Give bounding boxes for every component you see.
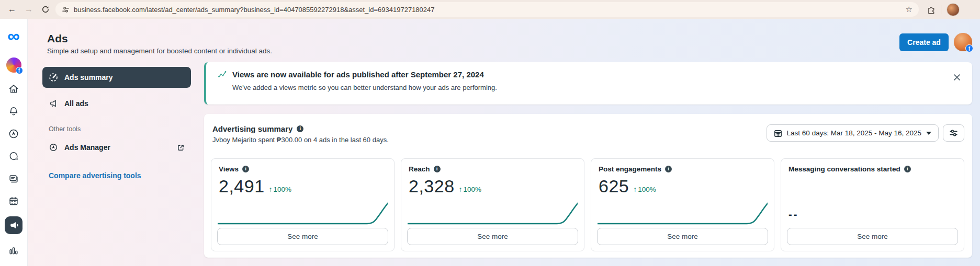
banner-close-button[interactable] — [951, 72, 963, 83]
metric-value: 2,328 — [409, 176, 455, 196]
info-icon[interactable]: i — [434, 166, 441, 172]
compass-arrow-icon — [8, 128, 19, 140]
forward-button[interactable]: → — [22, 3, 36, 16]
banner-title: Views are now available for ads publishe… — [232, 70, 484, 79]
megaphone-icon — [8, 220, 19, 230]
sparkline-chart — [218, 202, 388, 225]
create-ad-button[interactable]: Create ad — [899, 33, 949, 51]
bar-chart-icon — [8, 245, 19, 256]
see-more-button[interactable]: See more — [597, 228, 768, 245]
see-more-button[interactable]: See more — [787, 228, 958, 245]
external-link-icon — [177, 144, 185, 152]
ads-side-nav: Ads summary All ads Other tools Ads Mana… — [42, 67, 191, 180]
refresh-button[interactable] — [39, 3, 52, 16]
nav-item-ads-manager[interactable]: Ads Manager — [42, 137, 191, 158]
views-announcement-banner: Views are now available for ads publishe… — [204, 62, 972, 105]
info-icon[interactable]: i — [297, 125, 303, 132]
trend-chart-icon — [218, 70, 227, 79]
sparkline-chart — [408, 202, 578, 225]
metric-change: ↑100% — [633, 185, 656, 196]
compare-advertising-tools-link[interactable]: Compare advertising tools — [49, 171, 141, 180]
extensions-icon[interactable] — [926, 5, 936, 14]
summary-title: Advertising summary — [212, 124, 292, 133]
facebook-badge-icon: f — [965, 44, 973, 52]
ads-manager-rail-button[interactable] — [7, 128, 20, 140]
gauge-icon — [49, 73, 58, 82]
browser-profile-avatar[interactable] — [947, 3, 960, 16]
up-arrow-icon: ↑ — [459, 185, 463, 193]
calendar-icon — [774, 129, 782, 137]
page-title: Ads — [47, 32, 68, 45]
advertising-summary-card: Advertising summary i Jvboy Mejarito spe… — [204, 114, 972, 258]
chevron-down-icon — [926, 132, 931, 135]
business-profile-avatar[interactable]: f — [6, 57, 21, 73]
meta-logo[interactable]: ∞ — [7, 28, 20, 44]
banner-body: We've added a views metric so you can be… — [232, 84, 962, 91]
site-settings-icon[interactable] — [62, 6, 70, 14]
metric-value: 2,491 — [219, 176, 265, 196]
metric-card-messaging-conversations: Messaging conversations started i -- See… — [781, 158, 964, 251]
metric-card-reach: Reach i 2,328 ↑100% See more — [401, 158, 584, 251]
ads-manager-icon — [49, 143, 58, 152]
nav-label: Ads Manager — [64, 143, 110, 152]
left-icon-rail: ∞ f — [0, 19, 28, 266]
sparkline-chart — [598, 202, 768, 225]
metric-card-views: Views i 2,491 ↑100% See more — [211, 158, 395, 251]
page-subtitle: Simple ad setup and management for boost… — [47, 47, 272, 55]
home-icon — [8, 83, 19, 95]
megaphone-icon — [49, 99, 58, 108]
nav-section-label: Other tools — [49, 125, 191, 133]
toolbar-divider — [941, 5, 941, 14]
up-arrow-icon: ↑ — [269, 185, 273, 193]
info-icon[interactable]: i — [665, 166, 672, 172]
notifications-button[interactable] — [7, 105, 20, 118]
metric-cards-row: Views i 2,491 ↑100% See more Reach i — [211, 158, 964, 251]
inbox-button[interactable] — [7, 150, 20, 163]
nav-item-ads-summary[interactable]: Ads summary — [42, 67, 191, 88]
metric-label: Messaging conversations started — [788, 165, 900, 173]
browser-toolbar: ← → business.facebook.com/latest/ad_cent… — [0, 0, 980, 19]
address-bar[interactable]: business.facebook.com/latest/ad_center/a… — [55, 2, 919, 17]
refresh-icon — [41, 5, 50, 14]
nav-item-all-ads[interactable]: All ads — [42, 93, 191, 114]
metric-change: ↑100% — [459, 185, 482, 196]
summary-subtitle: Jvboy Mejarito spent ₱300.00 on 4 ads in… — [212, 136, 389, 144]
metric-label: Post engagements — [599, 165, 661, 173]
close-icon — [953, 73, 961, 82]
back-button[interactable]: ← — [5, 3, 19, 16]
metric-change: ↑100% — [269, 185, 292, 196]
date-range-text: Last 60 days: Mar 18, 2025 - May 16, 202… — [787, 129, 921, 137]
metric-label: Reach — [409, 165, 430, 173]
planner-button[interactable] — [7, 195, 20, 207]
bookmark-star-icon[interactable]: ☆ — [906, 5, 913, 14]
info-icon[interactable]: i — [904, 166, 911, 172]
bell-icon — [8, 106, 19, 117]
facebook-badge-icon: f — [16, 67, 23, 74]
metric-label: Views — [219, 165, 239, 173]
no-data-placeholder: -- — [788, 209, 798, 221]
calendar-icon — [8, 195, 19, 207]
home-button[interactable] — [7, 83, 20, 95]
url-text: business.facebook.com/latest/ad_center/a… — [74, 6, 902, 14]
metric-value: 625 — [599, 176, 629, 196]
meta-business-suite-page: ∞ f — [0, 19, 980, 266]
nav-label: All ads — [64, 99, 88, 108]
see-more-button[interactable]: See more — [407, 228, 578, 245]
ads-rail-button-active[interactable] — [5, 216, 22, 234]
posts-icon — [8, 173, 19, 184]
insights-button[interactable] — [7, 244, 20, 257]
account-avatar[interactable]: f — [953, 32, 973, 52]
info-icon[interactable]: i — [242, 166, 249, 172]
up-arrow-icon: ↑ — [633, 185, 637, 193]
adjust-metrics-button[interactable] — [943, 124, 964, 142]
chat-bubble-icon — [8, 151, 19, 162]
metric-card-post-engagements: Post engagements i 625 ↑100% See more — [591, 158, 774, 251]
nav-label: Ads summary — [64, 73, 113, 82]
content-button[interactable] — [7, 172, 20, 185]
sliders-icon — [949, 129, 958, 137]
see-more-button[interactable]: See more — [217, 228, 388, 245]
date-range-selector[interactable]: Last 60 days: Mar 18, 2025 - May 16, 202… — [767, 124, 939, 142]
